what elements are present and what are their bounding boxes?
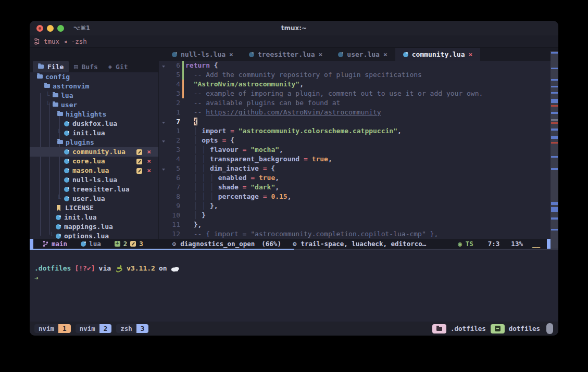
- buffer-tab-treesitter.lua[interactable]: treesitter.lua×: [241, 48, 330, 61]
- code-editor[interactable]: 6return {5 -- Add the community reposito…: [159, 61, 551, 239]
- buffer-tab-user.lua[interactable]: user.lua×: [330, 48, 395, 61]
- lua-file-icon: [64, 168, 69, 173]
- code-line[interactable]: 6return {: [159, 61, 551, 70]
- code-line[interactable]: 5 -- Add the community repository of plu…: [159, 70, 551, 80]
- buffer-tab-null-ls.lua[interactable]: null-ls.lua×: [164, 48, 241, 61]
- fold-column[interactable]: [159, 70, 168, 80]
- fold-column[interactable]: [159, 89, 168, 98]
- tmux-window-nvim-1[interactable]: nvim1: [34, 324, 71, 333]
- close-buffer-icon[interactable]: ×: [469, 50, 473, 58]
- titlebar[interactable]: ⌥⌘1 tmux:~: [30, 21, 558, 35]
- code-line[interactable]: 10 │ }: [159, 211, 551, 220]
- code-line[interactable]: 3 -- example of imporing a plugin, comme…: [159, 89, 551, 98]
- close-buffer-icon[interactable]: ×: [319, 50, 323, 58]
- code-line[interactable]: 4 │ │ transparent_background = true,: [159, 155, 551, 164]
- fold-column[interactable]: [159, 164, 168, 173]
- mode-indicator-left: [30, 239, 33, 249]
- code-line[interactable]: 5 │ │ dim_inactive = {: [159, 164, 551, 173]
- line-number: 4: [168, 80, 180, 89]
- tree-item-treesitter.lua[interactable]: treesitter.lua: [30, 185, 158, 194]
- tmux-window-name: nvim: [76, 324, 99, 333]
- scroll-mark: [551, 92, 558, 94]
- scrollbar-marks[interactable]: [551, 51, 558, 249]
- fold-column[interactable]: [159, 201, 168, 211]
- fold-chevron-icon[interactable]: [162, 122, 165, 124]
- sidebar-tab-file[interactable]: File: [33, 61, 69, 72]
- sidebar-tab-bufs[interactable]: ▤Bufs: [69, 61, 103, 72]
- close-buffer-icon[interactable]: ×: [383, 50, 387, 58]
- code-line[interactable]: 7 {: [159, 117, 551, 126]
- scroll-mark: [551, 68, 558, 69]
- code-line[interactable]: 3 │ │ flavour = "mocha",: [159, 145, 551, 155]
- iterm-tab-bar[interactable]: tmux ◂ -zsh: [30, 35, 558, 48]
- code-line[interactable]: 1 │ import = "astrocommunity.colorscheme…: [159, 126, 551, 136]
- code-line[interactable]: 8 │ │ │ percentage = 0.15,: [159, 192, 551, 201]
- folder-icon: [53, 93, 58, 97]
- fold-column[interactable]: [159, 126, 168, 136]
- code-line[interactable]: 4 "AstroNvim/astrocommunity",: [159, 80, 551, 89]
- tmux-window-zsh-3[interactable]: zsh3: [116, 324, 148, 333]
- git-branch-segment[interactable]: main: [43, 240, 67, 248]
- tree-item-init.lua[interactable]: └init.lua: [30, 129, 158, 138]
- fold-column[interactable]: [159, 229, 168, 239]
- fold-column[interactable]: [159, 98, 168, 108]
- tree-item-config[interactable]: config: [30, 72, 158, 82]
- sidebar-tab-git[interactable]: ◈Git: [103, 61, 133, 72]
- tree-item-LICENSE[interactable]: LICENSE: [30, 203, 158, 213]
- tree-item-null-ls.lua[interactable]: null-ls.lua: [30, 175, 158, 185]
- code-line[interactable]: 1 -- https://github.com/AstroNvim/astroc…: [159, 108, 551, 117]
- tmux-window-nvim-2[interactable]: nvim2: [76, 324, 112, 333]
- tree-item-init.lua[interactable]: init.lua: [30, 213, 158, 222]
- tree-item-core.lua[interactable]: core.lua×: [30, 157, 158, 166]
- tree-item-user[interactable]: └user: [30, 100, 158, 110]
- iterm-tab-label[interactable]: tmux ◂ -zsh: [44, 37, 87, 45]
- modified-badge-icon: [136, 159, 142, 164]
- close-buffer-icon[interactable]: ×: [229, 50, 233, 58]
- fold-column[interactable]: [159, 211, 168, 220]
- shell-pane[interactable]: .dotfiles [!?✔] via v3.11.2 on ➜: [30, 250, 558, 322]
- fold-chevron-icon[interactable]: [162, 140, 165, 143]
- code-line[interactable]: 12 -- { import = "astrocommunity.complet…: [159, 229, 551, 239]
- tree-item-lua[interactable]: └lua: [30, 91, 158, 100]
- fold-column[interactable]: [159, 117, 168, 126]
- tree-item-community.lua[interactable]: community.lua×: [30, 147, 158, 157]
- sidebar-tab-label: File: [47, 63, 64, 71]
- tree-item-highlights[interactable]: highlights: [30, 110, 158, 119]
- terminal-icon: [495, 326, 501, 331]
- fold-column[interactable]: [159, 145, 168, 155]
- git-sign-chg: [182, 80, 184, 89]
- fold-column[interactable]: [159, 80, 168, 89]
- code-line[interactable]: 7 │ │ │ shade = "dark",: [159, 183, 551, 192]
- tree-corner-glyph: └: [46, 100, 50, 110]
- tree-item-label: null-ls.lua: [72, 175, 117, 185]
- fold-column[interactable]: [159, 173, 168, 183]
- fold-chevron-icon[interactable]: [162, 169, 165, 171]
- tree-item-options.lua[interactable]: └options.lua: [30, 232, 158, 239]
- code-text: │ opts = {: [185, 136, 234, 145]
- buffer-tab-community.lua[interactable]: community.lua×: [395, 48, 481, 61]
- fold-column[interactable]: [159, 136, 168, 145]
- fold-column[interactable]: [159, 61, 168, 70]
- code-line[interactable]: 2 -- available plugins can be found at: [159, 98, 551, 108]
- tree-item-astronvim[interactable]: astronvim: [30, 82, 158, 91]
- fold-chevron-icon[interactable]: [162, 66, 165, 68]
- scroll-mark: [551, 122, 558, 124]
- code-line[interactable]: 2 │ opts = {: [159, 136, 551, 145]
- tree-item-plugins[interactable]: plugins: [30, 138, 158, 147]
- fold-column[interactable]: [159, 155, 168, 164]
- code-line[interactable]: 6 │ │ │ enabled = true,: [159, 173, 551, 183]
- tree-item-duskfox.lua[interactable]: duskfox.lua: [30, 119, 158, 129]
- code-line[interactable]: 9 │ │ },: [159, 201, 551, 211]
- git-sign-column: [180, 164, 185, 173]
- fold-column[interactable]: [159, 220, 168, 229]
- scroll-mark: [551, 142, 558, 144]
- tree-item-label: highlights: [66, 110, 106, 119]
- fold-column[interactable]: [159, 108, 168, 117]
- code-line[interactable]: 11 },: [159, 220, 551, 229]
- tree-item-mason.lua[interactable]: mason.lua×: [30, 166, 158, 175]
- folder-icon: [38, 65, 44, 69]
- tree-item-mappings.lua[interactable]: mappings.lua: [30, 222, 158, 232]
- fold-column[interactable]: [159, 183, 168, 192]
- tree-item-user.lua[interactable]: └user.lua: [30, 194, 158, 203]
- fold-column[interactable]: [159, 192, 168, 201]
